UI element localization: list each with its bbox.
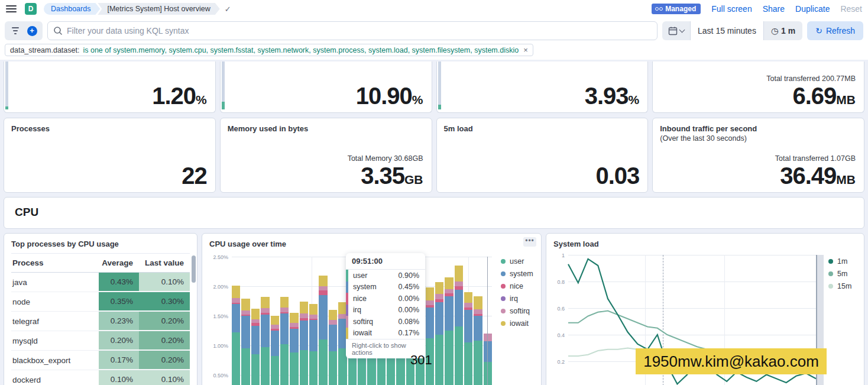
app-logo[interactable]: D (25, 3, 37, 15)
legend-item[interactable]: iowait (501, 319, 533, 328)
stacked-bar[interactable] (309, 304, 318, 385)
stacked-bar[interactable] (232, 286, 240, 385)
chart-tooltip: 09:51:00 user0.90%system0.45%nice0.00%ir… (346, 253, 425, 358)
saved-check-icon: ✓ (225, 5, 231, 14)
table-row[interactable]: dockerd0.10%0.10% (11, 370, 190, 385)
legend-dot (501, 271, 506, 276)
stacked-bar[interactable] (271, 316, 279, 385)
table-row[interactable]: node0.35%0.30% (11, 292, 190, 312)
metric-subtitle: Total transferred 200.77MB (766, 75, 856, 83)
filter-list-icon[interactable] (7, 22, 24, 39)
metric-panel[interactable]: 3.93% (436, 62, 649, 113)
stacked-bar[interactable] (445, 277, 453, 385)
remove-filter-icon[interactable]: × (523, 46, 528, 54)
tooltip-row: softirq0.08% (346, 316, 425, 328)
metric-panel[interactable]: Total transferred 200.77MB 6.69MB (652, 62, 864, 113)
load-5m-panel[interactable]: 5m load 0.03 (436, 118, 649, 193)
section-title: CPU (4, 198, 864, 219)
stacked-bar[interactable] (464, 292, 472, 385)
legend-item[interactable]: 15m (828, 282, 851, 290)
cpu-section-header: CPU (4, 197, 864, 229)
refresh-button[interactable]: ↻ Refresh (807, 21, 863, 40)
metric-unit: MB (836, 93, 856, 106)
time-range-button[interactable]: Last 15 minutes (691, 21, 764, 40)
metric-row-second: Processes 22 Memory used in bytes Total … (4, 118, 864, 193)
metric-value: 10.90 (356, 83, 412, 109)
legend-item[interactable]: 5m (828, 270, 851, 278)
calendar-dropdown-button[interactable] (662, 21, 691, 40)
stacked-bar[interactable] (280, 297, 289, 385)
average-cell: 0.43% (99, 273, 139, 292)
stopwatch-icon: ◷ (771, 26, 778, 35)
legend-item[interactable]: system (501, 270, 533, 278)
table-row[interactable]: blackbox_export0.17%0.20% (11, 351, 190, 370)
stacked-bar[interactable] (290, 313, 298, 385)
kibana-dashboard-page: D Dashboards [Metrics System] Host overv… (0, 0, 868, 385)
metric-value: 22 (182, 163, 207, 189)
legend-item[interactable]: user (501, 257, 533, 266)
dataset-filter-pill[interactable]: data_stream.dataset: is one of system.me… (5, 44, 533, 56)
average-cell: 0.17% (99, 351, 139, 370)
stacked-bar[interactable] (319, 276, 327, 385)
legend-item[interactable]: softirq (501, 307, 533, 315)
metric-panel[interactable]: 1.20% (4, 62, 216, 113)
stacked-bar[interactable] (261, 297, 269, 385)
stacked-bar[interactable] (474, 296, 482, 385)
cpu-usage-over-time-panel[interactable]: CPU usage over time ••• 2.50%2.00%1.50%1… (202, 233, 542, 385)
share-button[interactable]: Share (763, 4, 785, 14)
stacked-bar[interactable] (300, 302, 308, 385)
breadcrumb-dashboards[interactable]: Dashboards (44, 3, 100, 15)
column-header-process[interactable]: Process (11, 254, 99, 273)
process-name: node (11, 292, 99, 312)
average-cell: 0.20% (99, 331, 139, 351)
average-cell: 0.23% (99, 312, 139, 331)
memory-used-panel[interactable]: Memory used in bytes Total Memory 30.68G… (220, 118, 432, 193)
last-value-cell: 0.30% (139, 292, 190, 312)
process-name: java (11, 273, 99, 292)
breadcrumb-current[interactable]: [Metrics System] Host overview (98, 3, 219, 15)
add-filter-icon[interactable]: + (24, 22, 40, 39)
metric-subtitle: Total transferred 1.07GB (775, 154, 856, 163)
process-name: mysqld (11, 331, 99, 351)
refresh-interval-button[interactable]: ◷ 1 m (764, 26, 802, 35)
stacked-bar[interactable] (329, 310, 337, 385)
kql-search-input[interactable] (47, 21, 658, 40)
tooltip-row: system0.45% (346, 282, 425, 293)
duplicate-button[interactable]: Duplicate (795, 4, 830, 14)
legend-item[interactable]: irq (501, 295, 533, 303)
panel-options-icon[interactable]: ••• (523, 237, 536, 247)
reset-button[interactable]: Reset (840, 4, 862, 14)
stacked-bar[interactable] (241, 299, 250, 385)
search-icon (53, 26, 63, 35)
last-value-cell: 0.10% (139, 370, 190, 385)
top-processes-panel[interactable]: Top processes by CPU usage Process Avera… (4, 233, 197, 385)
metric-value: 6.69 (792, 83, 836, 109)
tooltip-timestamp: 09:51:00 (346, 253, 425, 270)
table-row[interactable]: telegraf0.23%0.20% (11, 312, 190, 331)
column-header-average[interactable]: Average (99, 254, 139, 273)
filter-field: data_stream.dataset: (10, 46, 79, 54)
stacked-bar[interactable] (426, 287, 434, 385)
table-row[interactable]: java0.43%0.10% (11, 273, 190, 292)
cpu-chart-legend: usersystemniceirqsoftirqiowait (501, 257, 533, 332)
table-row[interactable]: mysqld0.20%0.20% (11, 331, 190, 351)
column-header-last-value[interactable]: Last value (139, 254, 190, 273)
table-scrollbar[interactable] (192, 255, 196, 283)
inbound-traffic-panel[interactable]: Inbound traffic per second (Over the las… (652, 118, 864, 193)
stacked-bar[interactable] (455, 266, 463, 385)
metric-unit: MB (836, 173, 856, 186)
metric-panel[interactable]: 10.90% (220, 62, 432, 113)
panel-title: Memory used in bytes (221, 118, 432, 133)
y-axis-tick: 0.4 (548, 332, 565, 338)
calendar-icon (668, 26, 678, 35)
full-screen-button[interactable]: Full screen (711, 4, 752, 14)
legend-item[interactable]: nice (501, 282, 533, 290)
stacked-bar[interactable] (435, 282, 443, 385)
processes-panel[interactable]: Processes 22 (4, 118, 216, 193)
stacked-bar[interactable] (251, 309, 260, 385)
legend-item[interactable]: 1m (828, 257, 851, 266)
top-navigation-bar: D Dashboards [Metrics System] Host overv… (0, 0, 868, 18)
metric-value: 1.20 (152, 83, 196, 109)
panel-title: CPU usage over time (202, 234, 541, 248)
menu-icon[interactable] (6, 5, 17, 12)
